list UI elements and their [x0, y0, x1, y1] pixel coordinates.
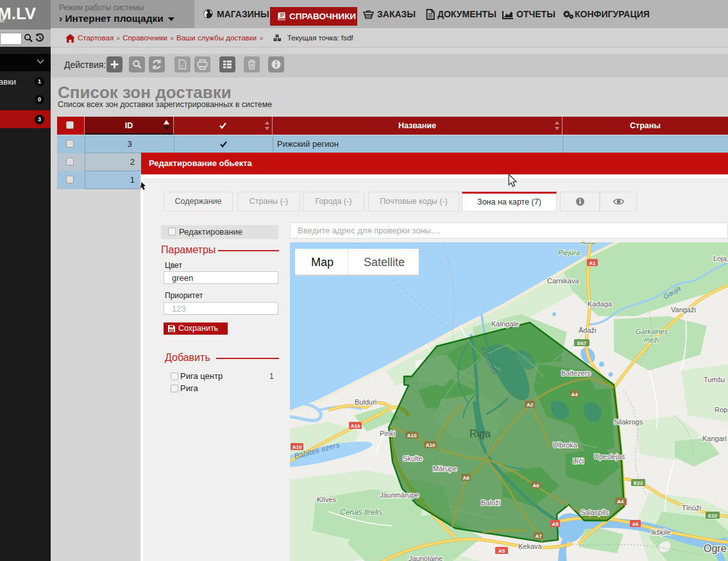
svg-text:Loja,: Loja, [713, 255, 728, 262]
svg-text:Mārupe: Mārupe [433, 465, 457, 473]
svg-text:Riga: Riga [470, 428, 491, 439]
svg-text:Garkalnes: Garkalnes [636, 328, 668, 335]
svg-text:A10: A10 [292, 444, 302, 450]
svg-text:A1: A1 [589, 260, 596, 266]
svg-text:A4: A4 [617, 499, 624, 505]
svg-text:Map: Map [311, 256, 334, 269]
svg-text:A4: A4 [571, 392, 578, 398]
svg-text:A2: A2 [527, 402, 534, 408]
svg-text:Tīnūži: Tīnūži [682, 504, 701, 512]
svg-text:Ogre: Ogre [704, 543, 727, 554]
svg-text:A5: A5 [498, 548, 505, 554]
svg-text:E67: E67 [577, 340, 587, 346]
svg-text:Vangaži: Vangaži [671, 306, 696, 314]
svg-text:Jaunmārupe: Jaunmārupe [380, 491, 419, 499]
svg-text:Ķekava: Ķekava [518, 542, 543, 550]
svg-text:Jaunolaine: Jaunolaine [409, 555, 443, 561]
svg-text:Bulduri: Bulduri [355, 398, 377, 406]
svg-text:Upeslejas: Upeslejas [594, 453, 625, 460]
svg-text:Baltezers: Baltezers [561, 369, 591, 377]
svg-text:Carnikava: Carnikava [547, 277, 579, 285]
svg-text:Tumšu: Tumšu [704, 376, 725, 383]
svg-text:A10: A10 [351, 423, 360, 429]
svg-text:x: x [181, 63, 183, 69]
svg-text:A6: A6 [532, 483, 539, 489]
svg-text:Salaspils: Salaspils [580, 508, 609, 516]
svg-text:Ropa: Ropa [715, 406, 728, 414]
svg-text:Satellite: Satellite [364, 256, 405, 269]
svg-text:A6: A6 [632, 521, 639, 527]
svg-text:E22: E22 [708, 513, 718, 519]
svg-text:Pinki: Pinki [380, 430, 395, 437]
svg-text:Piejūra: Piejūra [558, 249, 580, 256]
svg-text:A7: A7 [535, 533, 542, 539]
svg-text:A10: A10 [407, 433, 417, 439]
svg-text:Ikšķile: Ikšķile [651, 528, 671, 536]
svg-text:Silakrogs: Silakrogs [614, 418, 643, 426]
svg-text:Skulte: Skulte [403, 455, 423, 462]
svg-text:Baloži: Baloži [481, 499, 500, 507]
svg-text:meži: meži [644, 336, 659, 344]
svg-text:Ādaži: Ādaži [579, 326, 597, 334]
svg-text:Līči: Līči [573, 457, 584, 465]
svg-text:A10: A10 [426, 442, 436, 448]
svg-text:Ādaži: Ādaži [580, 242, 598, 246]
svg-text:Kalngale: Kalngale [491, 320, 519, 328]
svg-text:Kangari: Kangari [702, 435, 727, 442]
svg-text:Ulbroka: Ulbroka [553, 441, 578, 449]
svg-text:Kadaga: Kadaga [588, 300, 613, 308]
svg-text:A5: A5 [552, 521, 559, 527]
svg-text:E22: E22 [634, 480, 643, 486]
svg-text:Cenas tīrelis: Cenas tīrelis [340, 508, 382, 517]
svg-text:A8: A8 [462, 475, 470, 481]
svg-text:Klīves: Klīves [317, 496, 336, 503]
